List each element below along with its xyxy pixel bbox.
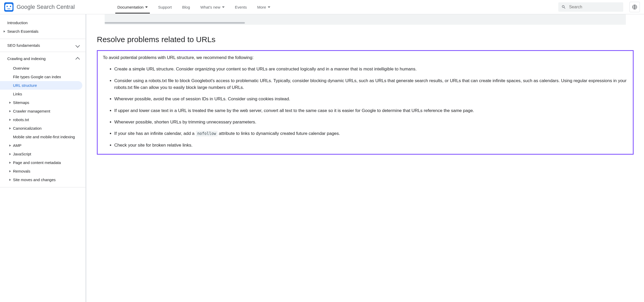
text-before-code: If your site has an infinite calendar, a… xyxy=(114,131,196,136)
expand-icon xyxy=(9,153,11,155)
googlebot-icon xyxy=(4,2,14,12)
dropdown-arrow-icon xyxy=(145,6,148,8)
recommendation-item: Check your site for broken relative link… xyxy=(114,142,628,149)
sidebar-item-introduction[interactable]: Introduction xyxy=(0,18,85,27)
expand-icon xyxy=(9,102,11,104)
brand-text: Google Search Central xyxy=(17,4,75,10)
sidebar-item-removals[interactable]: Removals xyxy=(0,167,85,175)
expand-icon xyxy=(9,179,11,181)
sidebar-item-label: AMP xyxy=(13,143,22,148)
expand-icon xyxy=(9,162,11,164)
sidebar-item-label: Overview xyxy=(13,66,29,70)
sidebar-item-label: Site moves and changes xyxy=(13,178,56,182)
nav-tab-label: Events xyxy=(235,5,247,9)
sidebar-item-label: Crawler management xyxy=(13,109,50,113)
sidebar-item-canonicalization[interactable]: Canonicalization xyxy=(0,124,85,133)
nav-tab-label: Documentation xyxy=(117,5,144,9)
nav-tab-documentation[interactable]: Documentation xyxy=(115,1,150,14)
expand-icon xyxy=(4,30,5,32)
main-content: Resolve problems related to URLs To avoi… xyxy=(86,14,644,302)
nofollow-code: nofollow xyxy=(196,131,218,136)
nav-tab-label: Blog xyxy=(182,5,190,9)
expand-icon xyxy=(9,110,11,112)
sidebar-item-mobile-site-and-mobile-first-indexing[interactable]: Mobile site and mobile-first indexing xyxy=(0,133,85,141)
expand-icon xyxy=(9,127,11,129)
nav-tab-more[interactable]: More xyxy=(255,1,272,14)
brand-central-text: Search Central xyxy=(35,4,75,10)
sidebar-crawling-heading[interactable]: Crawling and indexing xyxy=(0,54,85,63)
recommendation-item: Create a simple URL structure. Consider … xyxy=(114,66,628,73)
sidebar-item-label: URL structure xyxy=(13,83,37,88)
sidebar-item-label: Sitemaps xyxy=(13,100,29,105)
nav-tab-label: More xyxy=(257,5,266,9)
nav-tab-support[interactable]: Support xyxy=(156,1,174,14)
sidebar-item-url-structure[interactable]: URL structure xyxy=(0,81,82,90)
header-nav: DocumentationSupportBlogWhat's newEvents… xyxy=(115,1,556,14)
sidebar-item-overview[interactable]: Overview xyxy=(0,64,85,73)
expand-icon xyxy=(9,170,11,172)
code-block-placeholder xyxy=(105,14,626,25)
horizontal-scrollbar[interactable] xyxy=(105,22,245,24)
sidebar-item-amp[interactable]: AMP xyxy=(0,141,85,150)
sidebar-crawling-label: Crawling and indexing xyxy=(7,56,46,61)
sidebar-item-label: Removals xyxy=(13,169,30,173)
sidebar-item-crawler-management[interactable]: Crawler management xyxy=(0,107,85,115)
sidebar-item-site-moves-and-changes[interactable]: Site moves and changes xyxy=(0,175,85,184)
sidebar-item-search-essentials[interactable]: Search Essentials xyxy=(0,27,85,36)
nav-tab-label: What's new xyxy=(200,5,220,9)
sidebar-item-sitemaps[interactable]: Sitemaps xyxy=(0,98,85,107)
recommendation-item: Whenever possible, shorten URLs by trimm… xyxy=(114,119,628,126)
language-button[interactable] xyxy=(629,2,640,12)
chevron-up-icon xyxy=(76,57,80,62)
sidebar-item-links[interactable]: Links xyxy=(0,90,85,98)
expand-icon xyxy=(9,119,11,121)
sidebar-item-page-and-content-metadata[interactable]: Page and content metadata xyxy=(0,158,85,167)
recommendation-item: If your site has an infinite calendar, a… xyxy=(114,130,628,137)
nav-tab-label: Support xyxy=(158,5,172,9)
sidebar-item-label: Mobile site and mobile-first indexing xyxy=(13,135,75,139)
dropdown-arrow-icon xyxy=(222,6,225,8)
section-heading: Resolve problems related to URLs xyxy=(97,35,634,44)
recommendations-list: Create a simple URL structure. Consider … xyxy=(103,66,628,149)
sidebar-item-label: Links xyxy=(13,92,22,96)
text-after-code: attribute to links to dynamically create… xyxy=(218,131,340,136)
sidebar-item-label: Page and content metadata xyxy=(13,160,61,165)
sidebar-item-label: Search Essentials xyxy=(7,29,38,34)
sidebar-item-file-types-google-can-index[interactable]: File types Google can index xyxy=(0,73,85,81)
search-box[interactable] xyxy=(558,2,623,12)
globe-icon xyxy=(632,4,638,10)
sidebar-item-label: robots.txt xyxy=(13,117,29,122)
recommendation-item: If upper and lower case text in a URL is… xyxy=(114,107,628,114)
nav-tab-what-s-new[interactable]: What's new xyxy=(198,1,226,14)
recommendation-item: Consider using a robots.txt file to bloc… xyxy=(114,77,628,91)
sidebar: IntroductionSearch Essentials SEO fundam… xyxy=(0,14,86,302)
brand-google-text: Google xyxy=(17,4,35,10)
sidebar-item-javascript[interactable]: JavaScript xyxy=(0,150,85,158)
sidebar-item-robots-txt[interactable]: robots.txt xyxy=(0,115,85,124)
highlighted-recommendations: To avoid potential problems with URL str… xyxy=(97,50,634,155)
chevron-down-icon xyxy=(76,43,80,48)
brand-logo-section[interactable]: Google Search Central xyxy=(4,2,113,12)
sidebar-item-label: Introduction xyxy=(7,21,28,25)
intro-text: To avoid potential problems with URL str… xyxy=(103,54,628,61)
expand-icon xyxy=(9,145,11,147)
sidebar-seo-heading[interactable]: SEO fundamentals xyxy=(0,41,85,50)
nav-tab-blog[interactable]: Blog xyxy=(180,1,192,14)
sidebar-item-label: File types Google can index xyxy=(13,75,61,79)
sidebar-item-label: Canonicalization xyxy=(13,126,42,130)
main-container: IntroductionSearch Essentials SEO fundam… xyxy=(0,14,644,302)
recommendation-item: Wherever possible, avoid the use of sess… xyxy=(114,96,628,102)
sidebar-seo-label: SEO fundamentals xyxy=(7,43,40,48)
search-icon xyxy=(561,4,566,10)
sidebar-item-label: JavaScript xyxy=(13,152,31,156)
dropdown-arrow-icon xyxy=(268,6,270,8)
search-input[interactable] xyxy=(569,5,620,9)
top-header: Google Search Central DocumentationSuppo… xyxy=(0,0,644,14)
nav-tab-events[interactable]: Events xyxy=(233,1,249,14)
